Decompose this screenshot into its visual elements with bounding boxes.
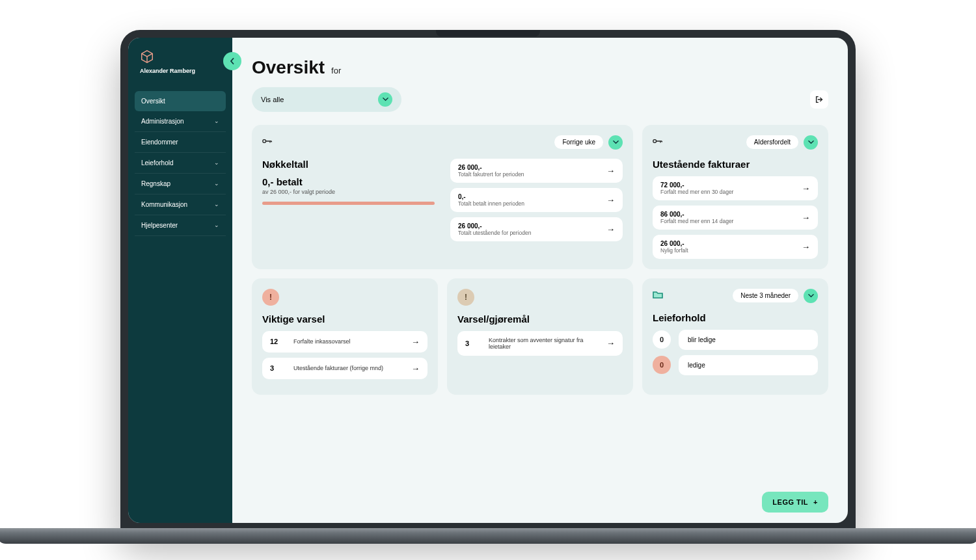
stat-value: 26 000,- (458, 164, 524, 171)
alert-text: Kontrakter som avventer signatur fra lei… (489, 337, 597, 350)
utestaaende-title: Utestående fakturaer (653, 159, 818, 170)
main-content: Oversikt for Vis alle (232, 38, 848, 523)
stat-label: Forfalt med mer enn 14 dager (660, 218, 733, 224)
stat-value: 0,- (458, 193, 524, 200)
utestaaende-filter-select[interactable]: Aldersfordelt (746, 135, 818, 150)
varsel-title: Viktige varsel (262, 313, 427, 325)
arrow-right-icon: → (606, 195, 615, 205)
leieforhold-label: blir ledige (679, 330, 818, 350)
arrow-right-icon: → (802, 242, 810, 252)
stat-row[interactable]: 26 000,-Totalt fakutrert for perioden → (450, 159, 623, 183)
utestaaende-card: Aldersfordelt Utestående fakturaer 72 00… (642, 125, 828, 269)
sidebar: Alexander Ramberg OversiktAdministrasjon… (128, 38, 232, 523)
filter-row: Vis alle (252, 87, 828, 112)
arrow-right-icon: → (411, 364, 420, 373)
logout-button[interactable] (810, 90, 828, 109)
sidebar-item-label: Administrasjon (141, 118, 184, 125)
stat-value: 26 000,- (458, 222, 531, 230)
sidebar-item-label: Oversikt (141, 98, 165, 105)
svg-point-1 (653, 140, 657, 143)
alert-row[interactable]: 3 Utestående fakturaer (forrige mnd) → (262, 358, 427, 379)
stat-row[interactable]: 72 000,-Forfalt med mer enn 30 dager → (653, 176, 818, 200)
sidebar-item-label: Eiendommer (141, 139, 178, 146)
chevron-down-icon: ⌄ (214, 159, 219, 166)
nokkeltall-sub: av 26 000,- for valgt periode (262, 189, 435, 195)
sidebar-item-regnskap[interactable]: Regnskap⌄ (135, 174, 226, 194)
leieforhold-row[interactable]: 0 blir ledige (653, 330, 818, 350)
sidebar-item-label: Leieforhold (141, 159, 173, 167)
arrow-right-icon: → (606, 166, 615, 176)
laptop-notch (436, 30, 540, 36)
alert-row[interactable]: 12 Forfalte inkassovarsel → (262, 331, 427, 353)
sidebar-item-label: Hjelpesenter (141, 222, 178, 229)
stat-row[interactable]: 0,-Totalt betalt innen perioden → (450, 188, 623, 212)
arrow-right-icon: → (606, 338, 615, 348)
gjoremaal-card: ! Varsel/gjøremål 3 Kontrakter som avven… (447, 278, 633, 395)
page-title: Oversikt (252, 57, 325, 78)
logout-icon (815, 95, 824, 104)
sidebar-item-eiendommer[interactable]: Eiendommer (135, 132, 226, 153)
sidebar-item-oversikt[interactable]: Oversikt (135, 91, 226, 111)
varsel-card: ! Viktige varsel 12 Forfalte inkassovars… (252, 278, 438, 395)
count-badge: 0 (653, 330, 671, 349)
leieforhold-filter-select[interactable]: Neste 3 måneder (733, 289, 818, 303)
sidebar-item-kommunikasjon[interactable]: Kommunikasjon⌄ (135, 194, 226, 215)
alert-text: Utestående fakturaer (forrige mnd) (293, 365, 402, 371)
page-title-row: Oversikt for (252, 57, 828, 78)
filter-select[interactable]: Vis alle (252, 87, 401, 112)
chevron-down-icon (608, 135, 623, 150)
username: Alexander Ramberg (140, 68, 195, 74)
stat-label: Totalt utestående for perioden (458, 230, 531, 236)
add-button[interactable]: LEGG TIL + (762, 492, 828, 513)
alert-icon: ! (457, 289, 474, 306)
sidebar-item-hjelpesenter[interactable]: Hjelpesenter⌄ (135, 215, 226, 236)
logo-icon (140, 49, 154, 64)
chevron-down-icon (804, 135, 818, 150)
chevron-down-icon: ⌄ (214, 118, 219, 124)
stat-label: Totalt fakutrert for perioden (458, 171, 524, 178)
stat-value: 26 000,- (660, 240, 688, 247)
sidebar-item-label: Regnskap (141, 180, 170, 187)
svg-point-0 (263, 140, 266, 143)
nokkeltall-period-label: Forrige uke (554, 135, 603, 149)
laptop-base (0, 528, 976, 544)
arrow-right-icon: → (411, 337, 420, 347)
laptop-frame: Alexander Ramberg OversiktAdministrasjon… (120, 30, 856, 531)
nokkeltall-title: Nøkkeltall (262, 159, 435, 170)
arrow-right-icon: → (802, 183, 810, 193)
alert-row[interactable]: 3 Kontrakter som avventer signatur fra l… (457, 331, 623, 356)
nokkeltall-progress (262, 202, 435, 205)
sidebar-item-leieforhold[interactable]: Leieforhold⌄ (135, 153, 226, 174)
stat-row[interactable]: 26 000,-Nylig forfalt → (653, 235, 818, 259)
dashboard-grid: Forrige uke Nøkkeltall 0,- betalt av 26 … (252, 125, 828, 395)
stat-row[interactable]: 26 000,-Totalt utestående for perioden → (450, 217, 623, 241)
key-icon (653, 137, 663, 147)
alert-count: 3 (465, 340, 480, 347)
leieforhold-card: Neste 3 måneder Leieforhold 0 blir ledig… (642, 278, 828, 395)
nokkeltall-card: Forrige uke Nøkkeltall 0,- betalt av 26 … (252, 125, 633, 269)
add-button-label: LEGG TIL (772, 498, 808, 506)
chevron-down-icon (378, 92, 392, 107)
plus-icon: + (813, 498, 818, 506)
arrow-right-icon: → (802, 213, 810, 222)
page-title-for: for (331, 66, 341, 75)
sidebar-item-administrasjon[interactable]: Administrasjon⌄ (135, 111, 226, 132)
chevron-down-icon: ⌄ (214, 201, 219, 207)
leieforhold-title: Leieforhold (653, 312, 818, 323)
nokkeltall-paid: 0,- betalt (262, 176, 435, 187)
chevron-down-icon: ⌄ (214, 180, 219, 187)
chevron-left-icon (229, 58, 236, 64)
alert-text: Forfalte inkassovarsel (293, 338, 402, 345)
leieforhold-row[interactable]: 0 ledige (653, 355, 818, 375)
leieforhold-label: ledige (679, 355, 818, 375)
key-icon (262, 137, 273, 147)
arrow-right-icon: → (606, 224, 615, 234)
stat-row[interactable]: 86 000,-Forfalt med mer enn 14 dager → (653, 206, 818, 230)
nav: OversiktAdministrasjon⌄EiendommerLeiefor… (128, 85, 232, 236)
sidebar-collapse-button[interactable] (223, 52, 241, 70)
count-badge: 0 (653, 356, 671, 374)
alert-icon: ! (262, 289, 279, 306)
stat-value: 72 000,- (660, 181, 733, 189)
sidebar-item-label: Kommunikasjon (141, 201, 187, 208)
nokkeltall-period-select[interactable]: Forrige uke (554, 135, 623, 150)
